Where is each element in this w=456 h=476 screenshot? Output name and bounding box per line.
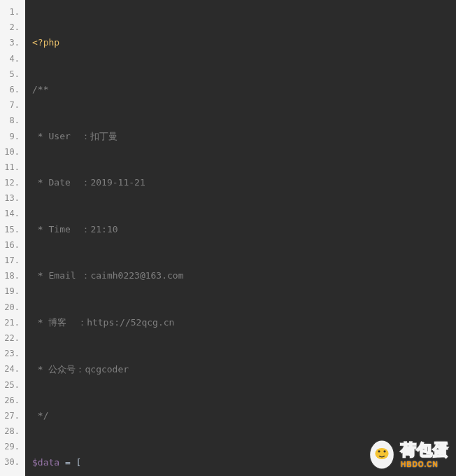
line-number: 25. — [3, 377, 20, 393]
line-number: 11. — [3, 160, 20, 175]
line-number: 3. — [3, 35, 20, 50]
line-number: 12. — [3, 175, 20, 190]
php-open-tag: <?php — [32, 37, 59, 48]
line-number: 22. — [3, 330, 20, 346]
line-number: 27. — [3, 408, 20, 424]
line-number: 19. — [3, 284, 20, 299]
code-line: */ — [32, 408, 449, 424]
code-line: * Email ：caimh0223@163.com — [32, 268, 449, 284]
code-area[interactable]: <?php /** * User ：扣丁曼 * Date ：2019-11-21… — [25, 0, 456, 476]
line-number: 30. — [3, 454, 20, 470]
code-line: $data = [ — [32, 455, 449, 470]
line-number: 20. — [3, 300, 20, 315]
code-line: * Date ：2019-11-21 — [32, 175, 449, 190]
line-number: 9. — [3, 129, 20, 144]
line-number: 13. — [3, 190, 20, 206]
line-number: 6. — [3, 82, 20, 97]
line-number: 29. — [3, 439, 20, 454]
line-number: 8. — [3, 113, 20, 128]
line-number: 7. — [3, 97, 20, 113]
line-number: 28. — [3, 424, 20, 439]
code-editor: 1.2.3.4.5.6.7.8.9.10.11.12.13.14.15.16.1… — [0, 0, 456, 476]
line-number: 24. — [3, 361, 20, 377]
line-number: 23. — [3, 346, 20, 361]
line-number: 5. — [3, 66, 20, 82]
code-line: * User ：扣丁曼 — [32, 129, 449, 144]
line-number: 16. — [3, 237, 20, 253]
line-number: 17. — [3, 253, 20, 268]
line-number: 1. — [3, 4, 20, 20]
line-number: 26. — [3, 393, 20, 408]
line-number: 14. — [3, 206, 20, 221]
line-number: 18. — [3, 268, 20, 284]
code-line: * 博客 ：https://52qcg.cn — [32, 315, 449, 330]
code-line: /** — [32, 82, 449, 97]
line-number: 2. — [3, 20, 20, 35]
code-line: * 公众号：qcgcoder — [32, 362, 449, 377]
line-number: 10. — [3, 144, 20, 160]
line-gutter: 1.2.3.4.5.6.7.8.9.10.11.12.13.14.15.16.1… — [0, 0, 25, 476]
code-line: * Time ：21:10 — [32, 222, 449, 237]
code-line: <?php — [32, 35, 449, 50]
line-number: 21. — [3, 315, 20, 330]
line-number: 15. — [3, 222, 20, 237]
line-number: 4. — [3, 51, 20, 66]
